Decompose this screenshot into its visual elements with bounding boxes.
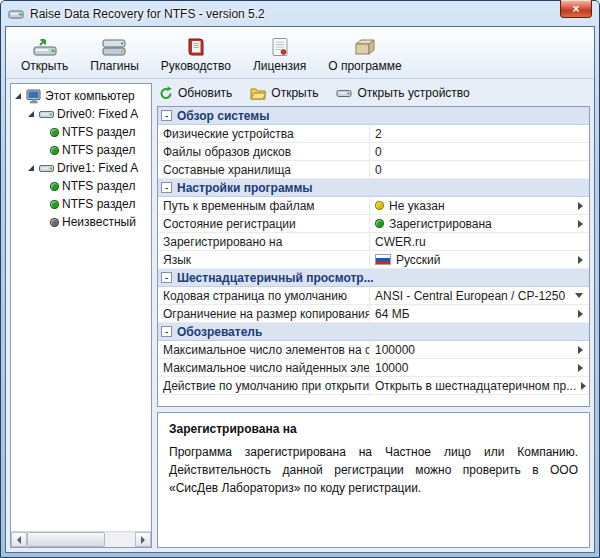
submenu-arrow-icon[interactable] (581, 382, 586, 390)
tree-item-label: Неизвестный (62, 215, 136, 229)
open-button[interactable]: Открыть (14, 31, 75, 77)
property-value-text: 2 (375, 127, 382, 141)
description-text: Программа зарегистрирована на Частное ли… (169, 443, 578, 497)
status-dot-icon (375, 201, 384, 210)
expand-toggle-icon[interactable] (15, 93, 21, 99)
property-name: Файлы образов дисков (158, 143, 370, 160)
collapse-toggle-icon[interactable]: - (161, 326, 172, 337)
scroll-right-button[interactable] (135, 532, 151, 547)
about-icon (352, 35, 378, 58)
property-row[interactable]: Максимальное число элементов на стр...10… (158, 341, 589, 359)
manual-button[interactable]: Руководство (154, 31, 238, 77)
description-title: Зарегистрирована на (169, 422, 578, 436)
expand-toggle-icon[interactable] (28, 111, 34, 117)
property-row[interactable]: Путь к временным файламНе указан (158, 197, 589, 215)
titlebar: Raise Data Recovery for NTFS - version 5… (5, 1, 595, 26)
property-row[interactable]: Ограничение на размер копирования64 МБ (158, 305, 589, 323)
property-row[interactable]: Зарегистрировано наCWER.ru (158, 233, 589, 251)
property-row[interactable]: Действие по умолчанию при открытии...Отк… (158, 377, 589, 395)
collapse-toggle-icon[interactable]: - (161, 182, 172, 193)
device-tree: Этот компьютерDrive0: Fixed ANTFS раздел… (11, 84, 151, 531)
property-value[interactable]: ANSI - Central European / CP-1250 (370, 287, 589, 304)
submenu-arrow-icon[interactable] (578, 310, 583, 318)
collapse-toggle-icon[interactable]: - (161, 272, 172, 283)
property-row[interactable]: Составные хранилища0 (158, 161, 589, 179)
property-name: Кодовая страница по умолчанию (158, 287, 370, 304)
submenu-arrow-icon[interactable] (578, 364, 583, 372)
property-row[interactable]: Кодовая страница по умолчаниюANSI - Cent… (158, 287, 589, 305)
property-group-header: -Обзор системы (158, 107, 589, 125)
window-title: Raise Data Recovery for NTFS - version 5… (30, 7, 265, 21)
property-value[interactable]: 0 (370, 143, 589, 160)
plugins-icon (101, 35, 127, 58)
property-row[interactable]: ЯзыкРусский (158, 251, 589, 269)
open-device-button[interactable]: Открыть устройство (336, 86, 469, 100)
action-button-label: Открыть (271, 86, 318, 100)
property-value[interactable]: 64 МБ (370, 305, 589, 322)
property-name: Ограничение на размер копирования (158, 305, 370, 322)
tree-item-label: Drive0: Fixed A (57, 107, 138, 121)
property-value-text: Не указан (389, 199, 445, 213)
property-row[interactable]: Состояние регистрацииЗарегистрирована (158, 215, 589, 233)
tree-item-ntfs-partition[interactable]: NTFS раздел (11, 123, 151, 141)
submenu-arrow-icon[interactable] (578, 220, 583, 228)
refresh-button[interactable]: Обновить (159, 86, 232, 100)
property-name: Максимальное число найденных элем... (158, 359, 370, 376)
submenu-arrow-icon[interactable] (578, 256, 583, 264)
property-group-header: -Настройки программы (158, 179, 589, 197)
open-action-button[interactable]: Открыть (250, 86, 318, 100)
property-name: Физические устройства (158, 125, 370, 142)
plugins-button[interactable]: Плагины (83, 31, 146, 77)
property-value[interactable]: Русский (370, 251, 589, 268)
collapse-toggle-icon[interactable]: - (161, 110, 172, 121)
tree-item-ntfs-partition[interactable]: NTFS раздел (11, 177, 151, 195)
property-value[interactable]: 100000 (370, 341, 589, 358)
property-value[interactable]: 0 (370, 161, 589, 178)
scroll-left-button[interactable] (11, 532, 27, 547)
property-value[interactable]: Зарегистрирована (370, 215, 589, 232)
tree-item-ntfs-partition[interactable]: NTFS раздел (11, 195, 151, 213)
about-button[interactable]: О программе (321, 31, 408, 77)
expand-toggle-icon[interactable] (28, 165, 34, 171)
property-row[interactable]: Физические устройства2 (158, 125, 589, 143)
tree-item-unknown[interactable]: Неизвестный (11, 213, 151, 231)
property-value[interactable]: 2 (370, 125, 589, 142)
property-row[interactable]: Максимальное число найденных элем...1000… (158, 359, 589, 377)
property-grid: -Обзор системыФизические устройства2Файл… (157, 106, 590, 407)
manual-book-icon (183, 35, 209, 58)
main-area: Этот компьютерDrive0: Fixed ANTFS раздел… (6, 79, 594, 552)
property-value[interactable]: CWER.ru (370, 233, 589, 250)
device-tree-panel: Этот компьютерDrive0: Fixed ANTFS раздел… (10, 83, 152, 548)
submenu-arrow-icon[interactable] (578, 346, 583, 354)
property-group-title: Обозреватель (177, 325, 262, 339)
tree-item-drive0[interactable]: Drive0: Fixed A (11, 105, 151, 123)
property-group-title: Настройки программы (177, 181, 313, 195)
property-value[interactable]: Не указан (370, 197, 589, 214)
toolbar-button-label: Открыть (21, 59, 68, 73)
property-value-text: Русский (396, 253, 441, 267)
property-value[interactable]: 10000 (370, 359, 589, 376)
property-name: Язык (158, 251, 370, 268)
property-value-text: ANSI - Central European / CP-1250 (375, 289, 565, 303)
tree-item-label: NTFS раздел (62, 125, 135, 139)
property-name: Зарегистрировано на (158, 233, 370, 250)
property-value[interactable]: Открыть в шестнадцатеричном пр... (370, 377, 589, 394)
tree-item-drive1[interactable]: Drive1: Fixed A (11, 159, 151, 177)
drive-icon (39, 109, 54, 120)
close-button[interactable]: × (560, 0, 592, 18)
property-row[interactable]: Файлы образов дисков0 (158, 143, 589, 161)
property-name: Максимальное число элементов на стр... (158, 341, 370, 358)
tree-item-ntfs-partition[interactable]: NTFS раздел (11, 141, 151, 159)
app-window: Raise Data Recovery for NTFS - version 5… (0, 0, 600, 558)
tree-item-computer[interactable]: Этот компьютер (11, 87, 151, 105)
right-pane: ОбновитьОткрытьОткрыть устройство -Обзор… (157, 83, 590, 548)
scrollbar-track[interactable] (27, 532, 135, 547)
property-group-header: -Обозреватель (158, 323, 589, 341)
submenu-arrow-icon[interactable] (578, 202, 583, 210)
property-name: Действие по умолчанию при открытии... (158, 377, 370, 394)
tree-item-label: NTFS раздел (62, 179, 135, 193)
property-value-text: 0 (375, 145, 382, 159)
scrollbar-thumb[interactable] (27, 532, 105, 547)
license-button[interactable]: Лицензия (246, 31, 313, 77)
dropdown-arrow-icon[interactable] (575, 293, 583, 298)
